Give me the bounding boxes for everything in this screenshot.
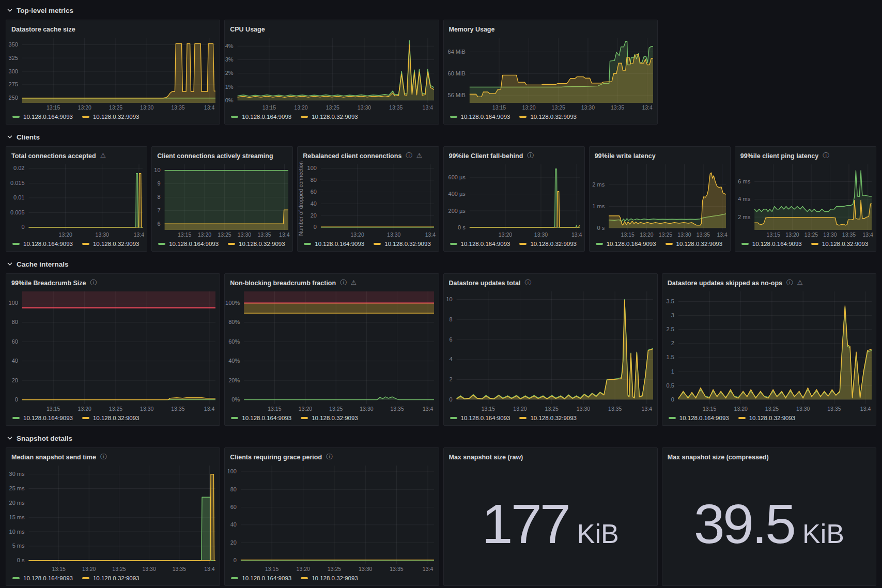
stat-value: 39.5 bbox=[694, 496, 794, 552]
panel-99-ile-write-latency: 99%ile write latency0 s1 ms2 ms13:1513:2… bbox=[589, 146, 731, 252]
legend-item[interactable]: 10.128.0.32:9093 bbox=[374, 241, 431, 247]
chevron-down-icon bbox=[7, 134, 13, 140]
timeseries-chart[interactable]: 0%1%2%3%4%13:1513:2013:2513:3013:3513:4 bbox=[225, 35, 438, 112]
legend-item[interactable]: 10.128.0.32:9093 bbox=[738, 415, 796, 421]
chart-body: 00.0050.010.0150.0213:2013:3013:4 bbox=[6, 161, 147, 239]
panel-row: 99%ile Breadcrumb Sizeⓘ02040608010013:15… bbox=[6, 273, 876, 426]
legend-item[interactable]: 10.128.0.164:9093 bbox=[450, 114, 510, 120]
info-icon[interactable]: ⓘ bbox=[524, 280, 531, 286]
section-toggle-snapshot-details[interactable]: Snapshot details bbox=[6, 433, 876, 443]
section-toggle-clients[interactable]: Clients bbox=[6, 132, 876, 142]
legend-item[interactable]: 10.128.0.164:9093 bbox=[12, 415, 73, 421]
timeseries-chart[interactable]: 0%20%40%60%80%100%13:1513:2013:2513:3013… bbox=[225, 288, 438, 413]
timeseries-chart[interactable]: 00.0050.010.0150.0213:2013:3013:4 bbox=[6, 161, 147, 239]
svg-text:2.5: 2.5 bbox=[666, 326, 674, 332]
panel-title[interactable]: Datastore cache size bbox=[11, 26, 75, 33]
info-icon[interactable]: ⓘ bbox=[406, 152, 412, 159]
legend-item[interactable]: 10.128.0.164:9093 bbox=[158, 241, 219, 247]
legend-item[interactable]: 10.128.0.164:9093 bbox=[304, 241, 364, 247]
legend-item[interactable]: 10.128.0.164:9093 bbox=[231, 114, 291, 120]
legend-item[interactable]: 10.128.0.32:9093 bbox=[301, 575, 358, 581]
info-icon[interactable]: ⓘ bbox=[786, 280, 793, 286]
legend-item[interactable]: 10.128.0.164:9093 bbox=[596, 241, 656, 247]
timeseries-chart[interactable]: 0 s1 ms2 ms13:1513:2013:2513:3013:3513:4 bbox=[590, 161, 730, 239]
svg-text:3%: 3% bbox=[225, 56, 234, 63]
svg-text:80%: 80% bbox=[228, 319, 240, 325]
section-toggle-cache-internals[interactable]: Cache internals bbox=[6, 259, 876, 269]
legend-series-swatch bbox=[741, 243, 749, 245]
legend-item[interactable]: 10.128.0.164:9093 bbox=[669, 415, 729, 421]
legend-item[interactable]: 10.128.0.164:9093 bbox=[231, 575, 291, 581]
svg-text:13:15: 13:15 bbox=[766, 231, 780, 238]
panel-title[interactable]: Median snapshot send time bbox=[11, 454, 96, 461]
panel-99-ile-client-fall-behind: 99%ile Client fall-behindⓘ0 s200 µs400 µ… bbox=[443, 146, 585, 252]
legend-item[interactable]: 10.128.0.32:9093 bbox=[519, 114, 577, 120]
chart-body: 0 s1 ms2 ms13:1513:2013:2513:3013:3513:4 bbox=[590, 161, 730, 239]
legend-item[interactable]: 10.128.0.164:9093 bbox=[231, 415, 291, 421]
timeseries-chart[interactable]: 0 s200 µs400 µs600 µs13:2013:3013:4 bbox=[444, 161, 584, 239]
panel-title[interactable]: Clients requiring grace period bbox=[230, 454, 322, 461]
warning-icon[interactable]: ⚠ bbox=[100, 152, 106, 159]
panel-title[interactable]: Total connections accepted bbox=[11, 152, 96, 160]
info-icon[interactable]: ⓘ bbox=[326, 454, 333, 460]
panel-title[interactable]: Non-blocking breadcrumb fraction bbox=[230, 280, 336, 287]
svg-text:20: 20 bbox=[12, 377, 18, 383]
legend-item[interactable]: 10.128.0.32:9093 bbox=[666, 241, 723, 247]
timeseries-chart[interactable]: 00.511.522.533.513:1513:2013:2513:3013:3… bbox=[662, 288, 876, 413]
legend-item[interactable]: 10.128.0.164:9093 bbox=[450, 415, 510, 421]
legend-item[interactable]: 10.128.0.32:9093 bbox=[301, 114, 358, 120]
timeseries-chart[interactable]: 02040608010013:1513:2013:2513:3013:3513:… bbox=[6, 288, 220, 413]
info-icon[interactable]: ⓘ bbox=[823, 152, 829, 159]
legend-item[interactable]: 10.128.0.164:9093 bbox=[12, 241, 73, 247]
panel-title[interactable]: Max snapshot size (compressed) bbox=[668, 454, 769, 461]
legend-item[interactable]: 10.128.0.32:9093 bbox=[519, 241, 577, 247]
info-icon[interactable]: ⓘ bbox=[100, 454, 107, 460]
panel-header: 99%ile Breadcrumb Sizeⓘ bbox=[6, 274, 220, 288]
legend-item[interactable]: 10.128.0.32:9093 bbox=[82, 241, 140, 247]
legend-item[interactable]: 10.128.0.32:9093 bbox=[82, 114, 140, 120]
svg-text:1.5: 1.5 bbox=[666, 354, 674, 360]
svg-text:2 ms: 2 ms bbox=[592, 181, 605, 188]
info-icon[interactable]: ⓘ bbox=[90, 280, 97, 286]
warning-icon[interactable]: ⚠ bbox=[797, 280, 803, 286]
panel-title[interactable]: Max snapshot size (raw) bbox=[449, 454, 523, 461]
panel-title[interactable]: Datastore updates total bbox=[449, 280, 521, 287]
timeseries-chart[interactable]: 56 MiB60 MiB64 MiB13:1513:2013:2513:3013… bbox=[444, 35, 657, 112]
legend-item[interactable]: 10.128.0.164:9093 bbox=[450, 241, 510, 247]
info-icon[interactable]: ⓘ bbox=[340, 280, 347, 286]
panel-title[interactable]: Client connections actively streaming bbox=[157, 152, 273, 160]
timeseries-chart[interactable]: 67891013:1513:2013:2513:3013:3513:4 bbox=[152, 161, 292, 239]
legend-item[interactable]: 10.128.0.164:9093 bbox=[12, 575, 73, 581]
panel-title[interactable]: Datastore updates skipped as no-ops bbox=[668, 280, 782, 287]
panel-title[interactable]: 99%ile Client fall-behind bbox=[449, 152, 523, 160]
legend-item[interactable]: 10.128.0.164:9093 bbox=[12, 114, 73, 120]
timeseries-chart[interactable]: 25027530032535013:1513:2013:2513:3013:35… bbox=[6, 35, 220, 112]
legend-item[interactable]: 10.128.0.32:9093 bbox=[228, 241, 285, 247]
timeseries-chart[interactable]: 2 ms4 ms6 ms13:1513:2013:2513:3013:3513:… bbox=[735, 161, 876, 239]
warning-icon[interactable]: ⚠ bbox=[351, 280, 357, 286]
section-toggle-top-level-metrics[interactable]: Top-level metrics bbox=[6, 5, 876, 16]
legend-item[interactable]: 10.128.0.32:9093 bbox=[82, 575, 140, 581]
info-icon[interactable]: ⓘ bbox=[527, 152, 534, 159]
timeseries-chart[interactable]: 02040608010013:1513:2013:2513:3013:3513:… bbox=[225, 462, 438, 573]
panel-title[interactable]: Memory Usage bbox=[449, 26, 495, 33]
panel-title[interactable]: 99%ile write latency bbox=[595, 152, 656, 160]
timeseries-chart[interactable]: 02040608010013:2013:3013:4Number of drop… bbox=[298, 161, 438, 239]
legend-series-label: 10.128.0.32:9093 bbox=[530, 415, 577, 421]
timeseries-chart[interactable]: 0 s5 ms10 ms15 ms20 ms25 ms30 ms13:1513:… bbox=[6, 462, 220, 573]
panel-title[interactable]: 99%ile client ping latency bbox=[740, 152, 818, 160]
legend-item[interactable]: 10.128.0.32:9093 bbox=[82, 415, 140, 421]
panel-title[interactable]: Rebalanced client connenctions bbox=[303, 152, 401, 160]
legend-series-swatch bbox=[519, 243, 527, 245]
legend-item[interactable]: 10.128.0.164:9093 bbox=[741, 241, 802, 247]
panel-cpu-usage: CPU Usage0%1%2%3%4%13:1513:2013:2513:301… bbox=[224, 20, 439, 125]
legend-series-swatch bbox=[738, 417, 746, 419]
legend-item[interactable]: 10.128.0.32:9093 bbox=[519, 415, 577, 421]
panel-title[interactable]: CPU Usage bbox=[230, 26, 265, 33]
panel-non-blocking-breadcrumb-fraction: Non-blocking breadcrumb fractionⓘ⚠0%20%4… bbox=[224, 273, 439, 426]
warning-icon[interactable]: ⚠ bbox=[416, 152, 422, 159]
legend-item[interactable]: 10.128.0.32:9093 bbox=[811, 241, 869, 247]
timeseries-chart[interactable]: 024681013:1513:2013:2513:3013:3513:4 bbox=[444, 288, 657, 413]
panel-title[interactable]: 99%ile Breadcrumb Size bbox=[11, 280, 86, 287]
legend-item[interactable]: 10.128.0.32:9093 bbox=[301, 415, 358, 421]
